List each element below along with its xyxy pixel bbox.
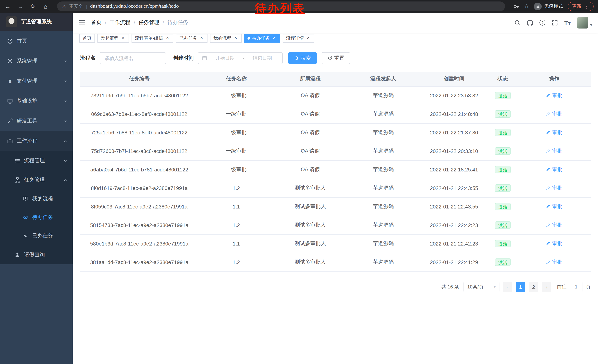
table-row: 725a1eb6-7b88-11ec-8ef0-acde48001122 一级审…	[80, 123, 590, 142]
tab-home[interactable]: 首页	[79, 34, 95, 42]
end-date-placeholder[interactable]: 结束日期	[246, 55, 279, 61]
screen: ← → ⟳ ⌂ ⚠ 不安全 | dashboard.yudao.iocoder.…	[0, 0, 598, 364]
start-date-placeholder[interactable]: 开始日期	[208, 55, 241, 61]
tab-close-icon[interactable]: ×	[165, 36, 170, 41]
tab-my-processes[interactable]: 我的流程 ×	[210, 34, 241, 42]
approve-link[interactable]: 审批	[546, 148, 562, 154]
tab-todo-tasks[interactable]: 待办任务 ×	[244, 34, 280, 42]
person-icon	[15, 252, 20, 258]
cell-task-id: 8f059c03-7ac8-11ec-a9e2-a2380e71991a	[80, 197, 199, 216]
sidebar: 芋道管理系统 首页 系统管理	[0, 13, 73, 364]
cell-created: 2022-01-21 22:42:23	[420, 235, 488, 253]
cell-process: 测试多审批人	[274, 235, 346, 253]
reset-button[interactable]: 重置	[322, 52, 350, 64]
font-size-large: T	[564, 19, 568, 26]
sidebar-item-label: 工作流程	[17, 138, 37, 145]
sidebar-item-todo-tasks[interactable]: 待办任务	[0, 208, 73, 226]
avatar[interactable]	[577, 17, 588, 28]
reset-button-label: 重置	[334, 55, 344, 61]
reload-icon[interactable]: ⟳	[30, 3, 36, 10]
cell-actions: 审批	[518, 105, 590, 123]
cell-task-id: a6aba0a4-7b6d-11ec-b781-acde48001122	[80, 160, 199, 179]
hamburger-icon[interactable]	[79, 19, 86, 26]
sidebar-item-infrastructure[interactable]: 基础设施	[0, 91, 73, 111]
sidebar-item-leave-query[interactable]: 请假查询	[0, 245, 73, 264]
cell-created: 2022-01-21 22:42:23	[420, 216, 488, 235]
sidebar-item-dev-tools[interactable]: 研发工具	[0, 111, 73, 131]
date-range-picker[interactable]: 开始日期 - 结束日期	[198, 52, 283, 64]
breadcrumb-task-mgmt[interactable]: 任务管理	[139, 19, 159, 26]
chevron-down-icon	[63, 119, 67, 123]
browser-update-button[interactable]: 更新 ⋮	[568, 2, 594, 11]
status-badge: 激活	[495, 147, 511, 155]
cell-task-id: 8f0d1619-7ac8-11ec-a9e2-a2380e71991a	[80, 179, 199, 197]
search-icon[interactable]	[514, 19, 521, 26]
browser-menu-icon[interactable]: ⋮	[584, 4, 589, 9]
sidebar-item-home[interactable]: 首页	[0, 31, 73, 51]
url-text[interactable]: dashboard.yudao.iocoder.cn/bpm/task/todo	[90, 4, 179, 9]
font-size-icon[interactable]: T T	[564, 19, 571, 26]
app-logo[interactable]: 芋道管理系统	[0, 13, 73, 31]
approve-link[interactable]: 审批	[546, 92, 562, 99]
home-icon[interactable]: ⌂	[42, 3, 49, 9]
approve-link[interactable]: 审批	[546, 111, 562, 117]
tab-process-detail[interactable]: 流程详情 ×	[283, 34, 314, 42]
goto-label: 前往	[557, 283, 566, 290]
approve-link[interactable]: 审批	[546, 185, 562, 191]
sidebar-item-label: 请假查询	[24, 251, 45, 258]
sidebar-item-process-mgmt[interactable]: 流程管理	[0, 151, 73, 170]
goto-suffix: 页	[586, 283, 590, 290]
bookmark-star-icon[interactable]: ☆	[524, 3, 529, 10]
breadcrumb-workflow[interactable]: 工作流程	[110, 19, 130, 26]
breadcrumb-home[interactable]: 首页	[91, 19, 101, 26]
approve-link[interactable]: 审批	[546, 166, 562, 173]
approve-link[interactable]: 审批	[546, 129, 562, 136]
page-size-select[interactable]: 10条/页 ▾	[464, 282, 499, 292]
sidebar-item-payment-mgmt[interactable]: ¥ 支付管理	[0, 71, 73, 91]
forward-icon[interactable]: →	[17, 3, 24, 9]
chevron-down-icon	[63, 79, 67, 83]
tab-close-icon[interactable]: ×	[272, 36, 277, 41]
approve-link[interactable]: 审批	[546, 203, 562, 210]
back-icon[interactable]: ←	[4, 3, 11, 9]
sidebar-item-label: 已办任务	[32, 233, 53, 239]
filter-bar: 流程名 创建时间 开始日期 - 结束日期	[80, 52, 590, 64]
page-button-1[interactable]: 1	[516, 282, 525, 291]
cell-task-name: 1.2	[199, 216, 274, 235]
user-menu[interactable]: ▾	[577, 17, 592, 28]
chevron-up-icon	[63, 139, 67, 143]
tab-close-icon[interactable]: ×	[120, 36, 126, 41]
tab-process-form-edit[interactable]: 流程表单-编辑 ×	[132, 34, 173, 42]
help-icon[interactable]: ?	[540, 20, 545, 25]
table-row: 8f059c03-7ac8-11ec-a9e2-a2380e71991a 1.1…	[80, 197, 590, 216]
key-icon[interactable]	[513, 3, 519, 9]
sidebar-item-label: 流程管理	[24, 157, 45, 164]
sidebar-item-done-tasks[interactable]: 已办任务	[0, 226, 73, 245]
fullscreen-icon[interactable]	[552, 19, 558, 26]
tab-done-tasks[interactable]: 已办任务 ×	[176, 34, 208, 42]
prev-page-button[interactable]: ‹	[503, 282, 512, 291]
process-name-input[interactable]	[100, 52, 166, 64]
tab-label: 我的流程	[213, 35, 231, 41]
tab-close-icon[interactable]: ×	[306, 36, 311, 41]
security-label[interactable]: 不安全	[69, 3, 83, 9]
approve-label: 审批	[552, 148, 562, 154]
sidebar-item-task-mgmt[interactable]: 任务管理	[0, 170, 73, 190]
cell-created: 2022-01-21 22:43:55	[420, 197, 488, 216]
tab-start-process[interactable]: 发起流程 ×	[98, 34, 129, 42]
sidebar-item-label: 任务管理	[24, 177, 45, 183]
sidebar-item-system-mgmt[interactable]: 系统管理	[0, 51, 73, 71]
search-button[interactable]: 搜索	[288, 52, 317, 64]
approve-link[interactable]: 审批	[546, 259, 562, 266]
github-icon[interactable]	[527, 19, 533, 26]
approve-link[interactable]: 审批	[546, 222, 562, 228]
sidebar-item-workflow[interactable]: 工作流程	[0, 131, 73, 151]
goto-page-input[interactable]	[570, 282, 582, 292]
next-page-button[interactable]: ›	[542, 282, 551, 291]
tab-close-icon[interactable]: ×	[199, 36, 204, 41]
pulse-icon	[23, 233, 29, 239]
sidebar-item-my-processes[interactable]: 我的流程	[0, 190, 73, 208]
page-button-2[interactable]: 2	[529, 282, 538, 291]
tab-close-icon[interactable]: ×	[233, 36, 238, 41]
approve-link[interactable]: 审批	[546, 240, 562, 247]
